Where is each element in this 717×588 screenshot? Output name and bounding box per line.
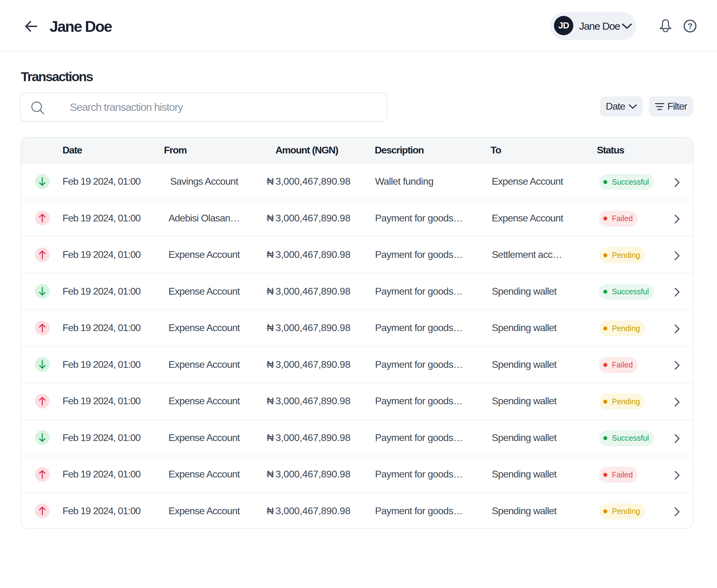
svg-text:?: ?	[687, 21, 693, 31]
